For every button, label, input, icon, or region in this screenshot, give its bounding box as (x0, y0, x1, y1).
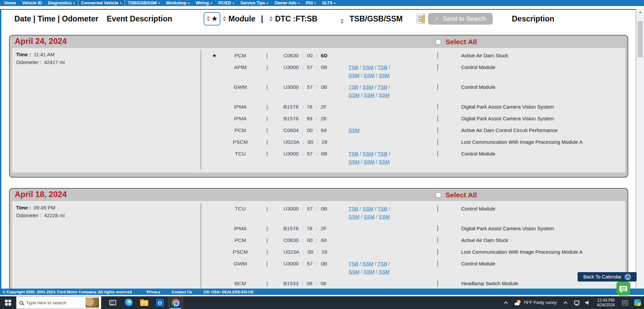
nav-item-tsb-gsb-ssm[interactable]: TSB/GSB/SSM (125, 0, 163, 6)
ssm-link[interactable]: SSM (348, 159, 360, 165)
search-highlight-image[interactable] (86, 298, 99, 308)
notes-icon[interactable] (417, 14, 425, 24)
nav-item-workshop[interactable]: Workshop (163, 0, 193, 6)
dtc-code: B1578 (283, 115, 299, 123)
taskbar-app-edge[interactable] (120, 296, 136, 309)
scrollbar-up-arrow-icon[interactable]: ▲ (636, 10, 644, 14)
tsb-link[interactable]: TSB (377, 206, 387, 211)
weather-widget[interactable]: 79°F Partly sunny (515, 300, 557, 305)
dtc-code-group: B1578 : 89 : 28 (276, 115, 348, 123)
tsb-link[interactable]: TSB (348, 64, 358, 70)
ssm-link[interactable]: SSM (348, 127, 360, 133)
row-checkbox[interactable] (437, 280, 438, 287)
ssm-link[interactable]: SSM (364, 214, 375, 220)
tsb-link[interactable]: TSB (348, 151, 358, 157)
tray-app-icon[interactable] (634, 299, 641, 306)
ssm-link[interactable]: SSM (348, 72, 360, 78)
dtc-sort-header[interactable]: DTC :FT:SB (269, 14, 317, 23)
select-all-label: Select All (445, 38, 477, 46)
row-checkbox[interactable] (437, 64, 438, 70)
taskbar-app-outlook[interactable]: O (152, 296, 168, 309)
ssm-link[interactable]: SSM (379, 92, 390, 98)
nav-item-owner-info[interactable]: Owner Info (271, 0, 303, 6)
select-all-checkbox[interactable] (436, 192, 441, 198)
colon: : (303, 138, 304, 146)
ssm-link[interactable]: SSM (379, 214, 390, 220)
network-icon[interactable] (574, 301, 579, 305)
nav-item-pdi[interactable]: PDI (303, 0, 319, 6)
footer-link-privacy[interactable]: Privacy (147, 290, 160, 294)
taskbar-app-file-explorer[interactable] (136, 296, 152, 309)
taskbar-clock[interactable]: 12:44 PM 4/24/2024 (597, 298, 615, 308)
action-center-icon[interactable] (622, 300, 628, 305)
tsb-link[interactable]: TSB (348, 261, 358, 266)
ssm-link[interactable]: SSM (348, 214, 360, 220)
row-checkbox[interactable] (437, 225, 438, 232)
start-button[interactable] (0, 296, 16, 309)
row-checkbox[interactable] (437, 127, 438, 133)
taskbar-app-chrome[interactable] (168, 296, 183, 309)
link-separator: / (375, 159, 379, 165)
tsb-link[interactable]: TSB (377, 261, 387, 266)
footer-link-contact-us[interactable]: Contact Us (172, 290, 192, 294)
back-to-calendar-button[interactable]: Back To Calendar (578, 272, 637, 282)
ssm-link[interactable]: SSM (364, 72, 375, 78)
nav-item-wiring[interactable]: Wiring (193, 0, 215, 6)
hidden-icons-chevron-icon[interactable] (504, 301, 508, 305)
row-checkbox[interactable] (437, 52, 438, 59)
row-checkbox[interactable] (437, 150, 438, 157)
ssm-link[interactable]: SSM (363, 151, 374, 157)
nav-item-service-tips[interactable]: Service Tips (237, 0, 271, 6)
ssm-link[interactable]: SSM (364, 269, 375, 274)
row-checkbox[interactable] (437, 84, 438, 90)
pipe-separator: | (258, 150, 276, 158)
ssm-link[interactable]: SSM (379, 72, 390, 78)
ssm-link[interactable]: SSM (363, 206, 374, 211)
module-sort-header[interactable]: Module (223, 14, 256, 23)
tsb-link[interactable]: TSB (377, 151, 387, 157)
select-all-control[interactable]: Select All (436, 38, 477, 46)
colon: : (302, 205, 304, 213)
taskbar-app-task-view[interactable] (105, 296, 120, 309)
ssm-link[interactable]: SSM (364, 92, 375, 98)
nav-item-diagnostics[interactable]: Diagnostics (45, 0, 78, 6)
nav-item-vehicle-id[interactable]: Vehicle ID (19, 0, 45, 6)
select-all-control[interactable]: Select All (436, 191, 477, 199)
taskbar-search-input[interactable]: Type here to search (16, 296, 101, 309)
ssm-link[interactable]: SSM (363, 84, 374, 90)
nav-item-connected-vehicle[interactable]: Connected Vehicle (78, 0, 125, 6)
tray-chevron-icon[interactable] (564, 301, 568, 305)
dtc-sb: 0B (321, 260, 327, 268)
row-checkbox[interactable] (437, 249, 438, 255)
locale-text: US• USA• DEALERS•EN-US (204, 290, 254, 294)
tsb-sort-control[interactable] (340, 14, 344, 24)
send-to-search-button[interactable]: ✓ Send to Search (428, 13, 493, 24)
tsb-link[interactable]: TSB (377, 84, 387, 90)
scrollbar-thumb[interactable] (638, 21, 643, 57)
ssm-link[interactable]: SSM (348, 92, 360, 98)
link-separator: / (375, 214, 379, 220)
row-checkbox[interactable] (437, 260, 438, 267)
ssm-link[interactable]: SSM (363, 64, 374, 70)
volume-icon[interactable] (585, 301, 590, 305)
tsb-link[interactable]: TSB (348, 84, 358, 90)
nav-item-home[interactable]: Home (1, 0, 19, 6)
tsb-link[interactable]: TSB (348, 206, 358, 211)
chat-widget-button[interactable] (616, 282, 630, 295)
ssm-link[interactable]: SSM (363, 261, 374, 266)
row-checkbox[interactable] (437, 115, 438, 122)
row-checkbox[interactable] (437, 205, 438, 212)
page-scrollbar[interactable]: ▲ (636, 9, 644, 289)
star-sort-control[interactable]: ★ (204, 12, 220, 25)
ssm-link[interactable]: SSM (379, 159, 390, 165)
nav-item-slts[interactable]: SLTS (319, 0, 339, 6)
row-checkbox[interactable] (437, 237, 438, 243)
row-checkbox[interactable] (437, 104, 438, 110)
row-checkbox[interactable] (437, 139, 438, 145)
ssm-link[interactable]: SSM (379, 269, 390, 274)
ssm-link[interactable]: SSM (364, 159, 375, 165)
tsb-link[interactable]: TSB (377, 64, 387, 70)
ssm-link[interactable]: SSM (348, 269, 360, 274)
nav-item-pc-ed[interactable]: PC/ED (215, 0, 237, 6)
select-all-checkbox[interactable] (436, 39, 441, 45)
